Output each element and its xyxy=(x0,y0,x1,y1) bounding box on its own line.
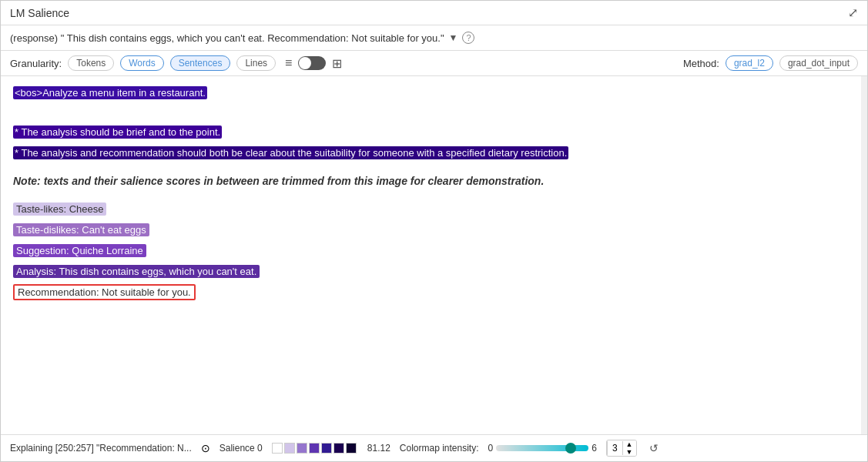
trimmed-note: Note: texts and their salience scores in… xyxy=(13,173,849,189)
sal-box-3 xyxy=(297,443,307,454)
main-content: <bos>Analyze a menu item in a restaurant… xyxy=(1,76,867,434)
method-grad-l2[interactable]: grad_l2 xyxy=(726,55,773,71)
response-text: (response) " This dish contains eggs, wh… xyxy=(10,32,444,44)
granularity-sentences[interactable]: Sentences xyxy=(170,55,231,71)
content-line-2: * The analysis should be brief and to th… xyxy=(13,125,849,141)
highlight-analysis-brief: * The analysis should be brief and to th… xyxy=(13,126,222,139)
toggle-knob xyxy=(299,57,311,69)
content-line-1: <bos>Analyze a menu item in a restaurant… xyxy=(13,85,849,102)
colormap-max: 6 xyxy=(592,443,597,454)
refresh-icon[interactable]: ↺ xyxy=(649,442,659,454)
colormap-min: 0 xyxy=(488,443,494,454)
method-section: Method: grad_l2 grad_dot_input xyxy=(683,55,858,71)
app-container: LM Salience ⤢ (response) " This dish con… xyxy=(0,0,868,462)
highlight-recommendation: Recommendation: Not suitable for you. xyxy=(13,284,196,300)
salience-value: 81.12 xyxy=(367,443,390,454)
response-bar: (response) " This dish contains eggs, wh… xyxy=(1,25,867,51)
content-line-suggestion: Suggestion: Quiche Lorraine xyxy=(13,243,849,259)
sal-box-1 xyxy=(272,443,283,454)
stepper-up-button[interactable]: ▲ xyxy=(623,440,636,448)
sal-box-2 xyxy=(284,443,295,454)
granularity-tokens[interactable]: Tokens xyxy=(68,55,114,71)
stepper-value: 3 xyxy=(607,441,623,455)
sal-box-6 xyxy=(333,443,344,454)
salience-boxes xyxy=(272,443,357,454)
colormap-label: Colormap intensity: xyxy=(400,443,479,454)
method-label: Method: xyxy=(683,58,719,69)
highlight-taste-likes: Taste-likes: Cheese xyxy=(13,203,106,216)
method-grad-dot[interactable]: grad_dot_input xyxy=(779,55,858,71)
highlight-analysis: Analysis: This dish contains eggs, which… xyxy=(13,265,260,278)
granularity-words[interactable]: Words xyxy=(120,55,163,71)
explaining-text: Explaining [250:257] "Recommendation: N.… xyxy=(10,443,192,454)
help-icon[interactable]: ? xyxy=(462,32,474,44)
scrollbar-track[interactable] xyxy=(861,76,867,434)
app-title: LM Salience xyxy=(10,7,69,19)
sal-box-5 xyxy=(321,443,332,454)
content-line-3: * The analysis and recommendation should… xyxy=(13,146,849,162)
colormap-range: 0 6 xyxy=(488,443,597,454)
list-icon[interactable]: ≡ xyxy=(285,56,292,70)
content-line-analysis: Analysis: This dish contains eggs, which… xyxy=(13,264,849,280)
sal-box-4 xyxy=(309,443,320,454)
response-dropdown-arrow[interactable]: ▼ xyxy=(449,32,458,43)
toggle-container[interactable] xyxy=(298,56,326,70)
toggle[interactable] xyxy=(298,56,326,70)
stepper-buttons: ▲ ▼ xyxy=(623,440,636,456)
highlight-taste-dislikes: Taste-dislikes: Can't eat eggs xyxy=(13,223,149,236)
grid-icon[interactable]: ⊞ xyxy=(332,56,342,71)
content-line-recommendation: Recommendation: Not suitable for you. xyxy=(13,285,849,301)
content-area: <bos>Analyze a menu item in a restaurant… xyxy=(1,76,861,434)
sal-box-7 xyxy=(346,443,357,454)
highlight-suggestion: Suggestion: Quiche Lorraine xyxy=(13,244,146,257)
status-bar: Explaining [250:257] "Recommendation: N.… xyxy=(1,434,867,461)
colormap-knob[interactable] xyxy=(565,443,576,454)
granularity-label: Granularity: xyxy=(10,58,62,69)
highlight-analysis-recommendation: * The analysis and recommendation should… xyxy=(13,146,568,159)
granularity-bar: Granularity: Tokens Words Sentences Line… xyxy=(1,51,867,76)
highlight-bos-analyze: <bos>Analyze a menu item in a restaurant… xyxy=(13,86,207,99)
target-icon: ⊙ xyxy=(201,442,210,454)
granularity-lines[interactable]: Lines xyxy=(236,55,276,71)
expand-icon[interactable]: ⤢ xyxy=(848,5,858,20)
content-line-taste-likes: Taste-likes: Cheese xyxy=(13,202,849,218)
content-line-taste-dislikes: Taste-dislikes: Can't eat eggs xyxy=(13,223,849,239)
stepper[interactable]: 3 ▲ ▼ xyxy=(606,440,637,457)
stepper-down-button[interactable]: ▼ xyxy=(623,448,636,456)
colormap-slider-track[interactable] xyxy=(496,445,588,451)
salience-label: Salience 0 xyxy=(220,443,263,454)
content-line-blank xyxy=(13,106,849,120)
title-bar: LM Salience ⤢ xyxy=(1,1,867,25)
